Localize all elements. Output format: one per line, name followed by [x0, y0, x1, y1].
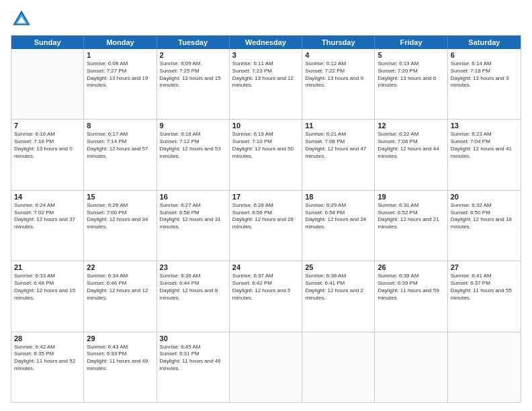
day-number: 29 [87, 334, 153, 342]
day-number: 7 [14, 122, 81, 130]
cal-cell: 13Sunrise: 6:23 AMSunset: 7:04 PMDayligh… [448, 120, 521, 189]
day-number: 22 [87, 263, 153, 271]
day-info: Sunrise: 6:23 AMSunset: 7:04 PMDaylight:… [451, 131, 518, 160]
cal-cell [375, 332, 447, 402]
day-info: Sunrise: 6:41 AMSunset: 6:37 PMDaylight:… [451, 273, 518, 302]
day-info: Sunrise: 6:08 AMSunset: 7:27 PMDaylight:… [87, 60, 153, 89]
day-info: Sunrise: 6:22 AMSunset: 7:06 PMDaylight:… [378, 131, 444, 160]
day-info: Sunrise: 6:13 AMSunset: 7:20 PMDaylight:… [378, 60, 444, 89]
day-info: Sunrise: 6:24 AMSunset: 7:02 PMDaylight:… [14, 202, 81, 231]
day-number: 27 [451, 263, 518, 271]
day-number: 14 [14, 193, 81, 201]
day-number: 20 [451, 193, 518, 201]
day-info: Sunrise: 6:45 AMSunset: 6:31 PMDaylight:… [160, 344, 226, 373]
day-number: 28 [14, 334, 81, 342]
day-number: 26 [378, 263, 444, 271]
cal-cell: 28Sunrise: 6:42 AMSunset: 6:35 PMDayligh… [11, 332, 84, 402]
day-number: 11 [305, 122, 371, 130]
cal-week-3: 14Sunrise: 6:24 AMSunset: 7:02 PMDayligh… [11, 191, 521, 261]
cal-week-1: 1Sunrise: 6:08 AMSunset: 7:27 PMDaylight… [11, 49, 521, 120]
day-info: Sunrise: 6:28 AMSunset: 6:56 PMDaylight:… [232, 202, 299, 231]
cal-cell: 8Sunrise: 6:17 AMSunset: 7:14 PMDaylight… [84, 120, 157, 189]
cal-cell: 18Sunrise: 6:29 AMSunset: 6:54 PMDayligh… [302, 191, 375, 261]
day-number: 8 [87, 122, 153, 130]
cal-cell: 6Sunrise: 6:14 AMSunset: 7:18 PMDaylight… [448, 49, 521, 119]
day-number: 21 [14, 263, 81, 271]
day-info: Sunrise: 6:42 AMSunset: 6:35 PMDaylight:… [14, 344, 81, 373]
day-info: Sunrise: 6:18 AMSunset: 7:12 PMDaylight:… [160, 131, 226, 160]
cal-cell [11, 49, 84, 119]
day-number: 12 [378, 122, 444, 130]
cal-cell: 20Sunrise: 6:32 AMSunset: 6:50 PMDayligh… [448, 191, 521, 261]
day-info: Sunrise: 6:43 AMSunset: 6:33 PMDaylight:… [87, 344, 153, 373]
day-number: 5 [378, 51, 444, 59]
day-number: 9 [160, 122, 226, 130]
cal-header-friday: Friday [375, 36, 447, 49]
cal-cell [230, 332, 302, 402]
day-number: 15 [87, 193, 153, 201]
cal-header-tuesday: Tuesday [157, 36, 230, 49]
day-info: Sunrise: 6:09 AMSunset: 7:25 PMDaylight:… [160, 60, 226, 89]
day-number: 2 [160, 51, 226, 59]
day-number: 19 [378, 193, 444, 201]
day-number: 16 [160, 193, 226, 201]
day-info: Sunrise: 6:11 AMSunset: 7:23 PMDaylight:… [232, 60, 299, 89]
day-info: Sunrise: 6:39 AMSunset: 6:39 PMDaylight:… [378, 273, 444, 302]
cal-cell: 7Sunrise: 6:16 AMSunset: 7:16 PMDaylight… [11, 120, 84, 189]
calendar-header-row: SundayMondayTuesdayWednesdayThursdayFrid… [11, 36, 521, 49]
cal-cell: 10Sunrise: 6:19 AMSunset: 7:10 PMDayligh… [230, 120, 302, 189]
day-info: Sunrise: 6:17 AMSunset: 7:14 PMDaylight:… [87, 131, 153, 160]
day-info: Sunrise: 6:12 AMSunset: 7:22 PMDaylight:… [305, 60, 371, 89]
day-info: Sunrise: 6:33 AMSunset: 6:48 PMDaylight:… [14, 273, 81, 302]
day-number: 23 [160, 263, 226, 271]
day-number: 30 [160, 334, 226, 342]
day-number: 3 [232, 51, 299, 59]
cal-cell: 27Sunrise: 6:41 AMSunset: 6:37 PMDayligh… [448, 261, 521, 331]
cal-cell: 11Sunrise: 6:21 AMSunset: 7:08 PMDayligh… [302, 120, 375, 189]
cal-cell: 25Sunrise: 6:38 AMSunset: 6:41 PMDayligh… [302, 261, 375, 331]
cal-cell: 24Sunrise: 6:37 AMSunset: 6:42 PMDayligh… [230, 261, 302, 331]
cal-cell: 14Sunrise: 6:24 AMSunset: 7:02 PMDayligh… [11, 191, 84, 261]
day-info: Sunrise: 6:19 AMSunset: 7:10 PMDaylight:… [232, 131, 299, 160]
day-number: 24 [232, 263, 299, 271]
header [11, 8, 521, 30]
calendar: SundayMondayTuesdayWednesdayThursdayFrid… [11, 35, 521, 403]
cal-header-thursday: Thursday [302, 36, 375, 49]
cal-header-saturday: Saturday [448, 36, 521, 49]
cal-week-5: 28Sunrise: 6:42 AMSunset: 6:35 PMDayligh… [11, 332, 521, 402]
cal-cell: 23Sunrise: 6:36 AMSunset: 6:44 PMDayligh… [157, 261, 230, 331]
day-info: Sunrise: 6:29 AMSunset: 6:54 PMDaylight:… [305, 202, 371, 231]
calendar-body: 1Sunrise: 6:08 AMSunset: 7:27 PMDaylight… [11, 49, 521, 402]
cal-cell: 12Sunrise: 6:22 AMSunset: 7:06 PMDayligh… [375, 120, 447, 189]
cal-cell: 22Sunrise: 6:34 AMSunset: 6:46 PMDayligh… [84, 261, 157, 331]
cal-header-sunday: Sunday [11, 36, 84, 49]
day-info: Sunrise: 6:26 AMSunset: 7:00 PMDaylight:… [87, 202, 153, 231]
cal-cell: 30Sunrise: 6:45 AMSunset: 6:31 PMDayligh… [157, 332, 230, 402]
cal-week-2: 7Sunrise: 6:16 AMSunset: 7:16 PMDaylight… [11, 120, 521, 190]
day-info: Sunrise: 6:38 AMSunset: 6:41 PMDaylight:… [305, 273, 371, 302]
day-info: Sunrise: 6:32 AMSunset: 6:50 PMDaylight:… [451, 202, 518, 231]
day-number: 13 [451, 122, 518, 130]
day-info: Sunrise: 6:34 AMSunset: 6:46 PMDaylight:… [87, 273, 153, 302]
day-number: 1 [87, 51, 153, 59]
logo [11, 8, 35, 30]
cal-cell: 17Sunrise: 6:28 AMSunset: 6:56 PMDayligh… [230, 191, 302, 261]
cal-week-4: 21Sunrise: 6:33 AMSunset: 6:48 PMDayligh… [11, 261, 521, 332]
day-number: 4 [305, 51, 371, 59]
cal-cell: 21Sunrise: 6:33 AMSunset: 6:48 PMDayligh… [11, 261, 84, 331]
day-number: 6 [451, 51, 518, 59]
cal-header-monday: Monday [84, 36, 157, 49]
day-info: Sunrise: 6:31 AMSunset: 6:52 PMDaylight:… [378, 202, 444, 231]
cal-cell: 16Sunrise: 6:27 AMSunset: 6:58 PMDayligh… [157, 191, 230, 261]
cal-cell: 19Sunrise: 6:31 AMSunset: 6:52 PMDayligh… [375, 191, 447, 261]
cal-cell: 26Sunrise: 6:39 AMSunset: 6:39 PMDayligh… [375, 261, 447, 331]
day-info: Sunrise: 6:36 AMSunset: 6:44 PMDaylight:… [160, 273, 226, 302]
day-info: Sunrise: 6:27 AMSunset: 6:58 PMDaylight:… [160, 202, 226, 231]
day-info: Sunrise: 6:16 AMSunset: 7:16 PMDaylight:… [14, 131, 81, 160]
day-info: Sunrise: 6:14 AMSunset: 7:18 PMDaylight:… [451, 60, 518, 89]
day-number: 18 [305, 193, 371, 201]
day-number: 10 [232, 122, 299, 130]
day-info: Sunrise: 6:37 AMSunset: 6:42 PMDaylight:… [232, 273, 299, 302]
cal-cell [448, 332, 521, 402]
page: SundayMondayTuesdayWednesdayThursdayFrid… [0, 0, 532, 411]
